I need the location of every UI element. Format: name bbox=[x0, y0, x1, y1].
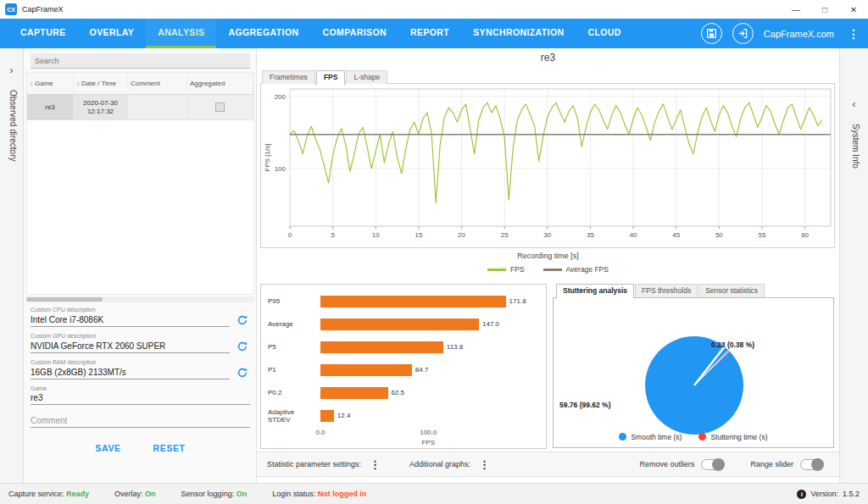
overlay-label: Overlay: bbox=[114, 490, 143, 498]
remove-outliers-label: Remove outliers bbox=[639, 460, 694, 468]
additional-graphs-kebab-icon[interactable]: ⋮ bbox=[470, 458, 498, 471]
x-axis-title: Recording time [s] bbox=[257, 252, 839, 260]
range-slider-label: Range slider bbox=[750, 460, 793, 468]
refresh-icon bbox=[236, 314, 248, 326]
system-info-label: System Info bbox=[849, 124, 860, 169]
reset-button[interactable]: RESET bbox=[148, 440, 191, 457]
system-info-strip: ‹ System Info bbox=[839, 48, 868, 483]
horizontal-scrollbar[interactable] bbox=[26, 296, 254, 302]
column-header-comment[interactable]: Comment bbox=[128, 73, 187, 95]
game-input[interactable] bbox=[31, 392, 250, 405]
bar-value-label: 147.0 bbox=[482, 320, 499, 328]
app-logo-icon: CX bbox=[5, 3, 17, 15]
legend-item-smooth: Smooth time (s) bbox=[619, 433, 682, 441]
login-status-value: Not logged in bbox=[318, 490, 367, 498]
refresh-icon bbox=[236, 367, 248, 379]
column-header-aggregated[interactable]: Aggregated bbox=[187, 73, 253, 95]
observed-directory-label: Observed directory bbox=[6, 90, 18, 161]
cpu-description-input[interactable] bbox=[31, 314, 230, 327]
nav-menu-kebab-icon[interactable]: ⋮ bbox=[844, 27, 863, 41]
nav-tab-capture[interactable]: CAPTURE bbox=[8, 19, 78, 48]
maximize-button[interactable]: □ bbox=[810, 0, 839, 19]
nav-bar: CAPTURE OVERLAY ANALYSIS AGGREGATION COM… bbox=[0, 19, 868, 48]
analysis-main: re3 Frametimes FPS L-shape 0510152025303… bbox=[257, 48, 839, 483]
tab-sensor-statistics[interactable]: Sensor statistics bbox=[698, 284, 765, 297]
login-button[interactable] bbox=[732, 23, 754, 44]
statistics-tabs: Stuttering analysis FPS thresholds Senso… bbox=[556, 284, 765, 297]
stuttering-panel: Stuttering analysis FPS thresholds Senso… bbox=[552, 284, 835, 449]
version-value: 1.5.2 bbox=[843, 490, 860, 498]
bar bbox=[320, 410, 334, 422]
bar-row: P184.7 bbox=[261, 358, 546, 381]
remove-outliers-toggle[interactable] bbox=[701, 459, 725, 470]
sort-desc-icon: ↓ bbox=[30, 80, 33, 87]
window-title: CapFrameX bbox=[22, 5, 64, 14]
ram-description-input[interactable] bbox=[31, 367, 230, 379]
legend-item-stuttering: Stuttering time (s) bbox=[698, 433, 767, 441]
gpu-description-input[interactable] bbox=[31, 341, 230, 353]
refresh-gpu-button[interactable] bbox=[235, 340, 250, 353]
table-row[interactable]: re3 2020-07-30 12:17:32 bbox=[27, 95, 253, 120]
percentile-bar-chart: P95171.8Average147.0P5113.8P184.7P0.262.… bbox=[261, 285, 546, 427]
capframex-site-link[interactable]: CapFrameX.com bbox=[764, 29, 834, 39]
comment-input[interactable] bbox=[31, 415, 250, 428]
svg-text:200: 200 bbox=[275, 93, 287, 101]
column-header-datetime[interactable]: ↓ Date / Time bbox=[74, 73, 128, 95]
aggregated-checkbox[interactable] bbox=[215, 102, 225, 112]
expand-system-info-icon[interactable]: ‹ bbox=[840, 48, 868, 110]
tab-frametimes[interactable]: Frametimes bbox=[262, 70, 315, 84]
nav-tab-analysis[interactable]: ANALYSIS bbox=[146, 19, 216, 48]
svg-text:45: 45 bbox=[672, 231, 680, 239]
cell-comment bbox=[128, 95, 187, 120]
search-input[interactable] bbox=[31, 53, 250, 69]
save-button[interactable]: SAVE bbox=[90, 440, 125, 457]
nav-tab-report[interactable]: REPORT bbox=[398, 19, 461, 48]
svg-text:60: 60 bbox=[801, 231, 809, 239]
expand-observed-directory-icon[interactable]: › bbox=[0, 48, 23, 76]
close-button[interactable]: ✕ bbox=[839, 0, 868, 19]
range-slider-toggle[interactable] bbox=[800, 459, 824, 470]
nav-tab-comparison[interactable]: COMPARISON bbox=[310, 19, 398, 48]
info-icon[interactable]: i bbox=[797, 490, 806, 499]
cell-datetime: 2020-07-30 12:17:32 bbox=[74, 95, 128, 120]
nav-tab-overlay[interactable]: OVERLAY bbox=[78, 19, 147, 48]
svg-text:30: 30 bbox=[543, 231, 551, 239]
bar-value-label: 171.8 bbox=[509, 297, 526, 305]
bar-row: Adaptive STDEV12.4 bbox=[261, 404, 546, 427]
record-table: ↓ Game ↓ Date / Time Comment Aggregated bbox=[26, 72, 254, 295]
svg-text:20: 20 bbox=[458, 231, 465, 239]
scrollbar-thumb[interactable] bbox=[26, 297, 103, 302]
stat-parameter-settings-kebab-icon[interactable]: ⋮ bbox=[361, 458, 389, 471]
tab-stuttering-analysis[interactable]: Stuttering analysis bbox=[556, 284, 634, 298]
column-header-game[interactable]: ↓ Game bbox=[27, 73, 74, 95]
minimize-button[interactable]: — bbox=[782, 0, 810, 19]
login-icon bbox=[737, 28, 748, 39]
cell-time-text: 12:17:32 bbox=[87, 108, 114, 115]
tab-lshape[interactable]: L-shape bbox=[346, 70, 387, 84]
gpu-description-label: Custom GPU description bbox=[31, 333, 250, 339]
column-header-game-label: Game bbox=[35, 80, 53, 87]
game-label: Game bbox=[31, 385, 250, 391]
tab-fps[interactable]: FPS bbox=[316, 70, 346, 85]
sort-desc-icon: ↓ bbox=[76, 80, 80, 87]
nav-tab-cloud[interactable]: CLOUD bbox=[576, 19, 632, 48]
login-status-label: Login status: bbox=[272, 490, 315, 498]
bar bbox=[320, 387, 388, 399]
nav-tab-synchronization[interactable]: SYNCHRONIZATION bbox=[461, 19, 576, 48]
tab-fps-thresholds[interactable]: FPS thresholds bbox=[635, 284, 698, 297]
record-table-header: ↓ Game ↓ Date / Time Comment Aggregated bbox=[27, 73, 253, 95]
nav-tab-aggregation[interactable]: AGGREGATION bbox=[216, 19, 310, 48]
svg-text:55: 55 bbox=[759, 231, 766, 239]
bar-row: P95171.8 bbox=[261, 290, 546, 313]
refresh-ram-button[interactable] bbox=[235, 366, 250, 379]
fps-line-chart[interactable]: 051015202530354045505560100200FPS [1/s] bbox=[261, 86, 836, 248]
toggle-knob bbox=[712, 458, 725, 471]
svg-text:10: 10 bbox=[372, 231, 380, 239]
sensor-logging-value: On bbox=[236, 490, 248, 498]
svg-text:40: 40 bbox=[630, 231, 637, 239]
capture-service-status: Capture service: Ready bbox=[8, 490, 89, 498]
stuttering-time-annotation: 0.23 (0.38 %) bbox=[711, 341, 754, 349]
refresh-cpu-button[interactable] bbox=[235, 313, 250, 327]
screenshot-button[interactable] bbox=[701, 23, 722, 44]
overlay-status: Overlay: On bbox=[114, 490, 156, 498]
